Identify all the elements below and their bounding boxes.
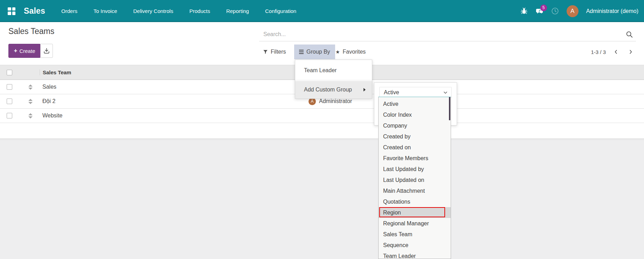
option-team-leader[interactable]: Team Leader [379, 251, 451, 259]
main-menu: Orders To Invoice Delivery Controls Prod… [61, 8, 296, 14]
option-created-by[interactable]: Created by [379, 131, 451, 142]
option-regional-manager[interactable]: Regional Manager [379, 218, 451, 229]
plus-icon: + [14, 47, 18, 54]
pager-next-button[interactable] [626, 47, 635, 56]
field-options-popup: Active Color Index Company Created by Cr… [378, 97, 451, 259]
group-by-label: Group By [306, 49, 330, 55]
messages-icon[interactable]: 5 [536, 7, 543, 15]
menu-item-add-custom-group[interactable]: Add Custom Group [295, 81, 372, 98]
menu-item-team-leader[interactable]: Team Leader [295, 62, 372, 79]
pager: 1-3 / 3 [591, 45, 635, 59]
nav-item-to-invoice[interactable]: To Invoice [94, 8, 117, 14]
option-created-on[interactable]: Created on [379, 142, 451, 153]
export-button[interactable] [40, 44, 53, 58]
apps-grid-square [8, 12, 11, 15]
select-all-checkbox[interactable] [7, 70, 12, 75]
option-quotations[interactable]: Quotations [379, 196, 451, 207]
screen: Sales Orders To Invoice Delivery Control… [0, 0, 644, 259]
row-checkbox[interactable] [7, 84, 12, 90]
team-name: Đội 2 [40, 98, 309, 104]
option-main-attachment[interactable]: Main Attachment [379, 185, 451, 196]
create-button[interactable]: + Create [8, 44, 41, 58]
favorites-button[interactable]: ★ Favorites [331, 45, 371, 59]
option-company[interactable]: Company [379, 120, 451, 131]
drag-handle-icon[interactable] [28, 99, 33, 104]
apps-grid-square [8, 7, 11, 11]
create-button-label: Create [19, 48, 35, 54]
page-title: Sales Teams [8, 27, 54, 36]
row-checkbox[interactable] [7, 98, 12, 104]
top-navbar: Sales Orders To Invoice Delivery Control… [0, 0, 644, 22]
app-name[interactable]: Sales [24, 6, 45, 16]
group-by-icon [299, 50, 304, 54]
option-last-updated-on[interactable]: Last Updated on [379, 175, 451, 185]
row-checkbox[interactable] [7, 113, 12, 118]
empty-content-area [0, 138, 644, 259]
option-sequence[interactable]: Sequence [379, 240, 451, 251]
activities-clock-icon[interactable] [551, 7, 559, 15]
option-region-label: Region [383, 210, 401, 216]
team-name: Website [40, 113, 309, 119]
leader-name: Administrator [319, 98, 352, 104]
option-region[interactable]: Region [379, 207, 451, 218]
nav-item-delivery-controls[interactable]: Delivery Controls [133, 8, 173, 14]
nav-item-products[interactable]: Products [189, 8, 210, 14]
nav-item-reporting[interactable]: Reporting [226, 8, 249, 14]
apps-grid-square [12, 7, 16, 11]
apps-grid-square [12, 12, 16, 15]
filters-label: Filters [271, 49, 286, 55]
search-icon[interactable] [625, 30, 633, 40]
star-icon: ★ [335, 49, 340, 55]
option-active[interactable]: Active [379, 98, 451, 109]
add-custom-group-label: Add Custom Group [304, 87, 352, 93]
column-header-sales-team[interactable]: Sales Team [40, 69, 309, 75]
group-field-select[interactable]: Active [379, 87, 452, 98]
option-sales-team[interactable]: Sales Team [379, 229, 451, 240]
systray: 5 A Administrator (demo) [520, 5, 638, 17]
debug-bug-icon[interactable] [520, 7, 528, 15]
nav-item-orders[interactable]: Orders [61, 8, 77, 14]
chevron-right-icon [628, 49, 633, 54]
chevron-left-icon [614, 49, 618, 54]
group-by-dropdown-menu: Team Leader Add Custom Group [295, 60, 372, 99]
submenu-arrow-icon [363, 88, 366, 91]
option-last-updated-by[interactable]: Last Updated by [379, 164, 451, 175]
popup-scrollbar-thumb[interactable] [449, 97, 450, 120]
nav-item-configuration[interactable]: Configuration [265, 8, 296, 14]
download-icon [43, 48, 50, 54]
favorites-label: Favorites [343, 49, 366, 55]
pager-value[interactable]: 1-3 / 3 [591, 49, 606, 55]
search-input[interactable] [259, 27, 617, 41]
drag-handle-icon[interactable] [28, 84, 33, 90]
funnel-icon [263, 49, 268, 54]
divider [295, 80, 372, 80]
user-menu[interactable]: Administrator (demo) [586, 8, 638, 14]
pager-previous-button[interactable] [611, 47, 621, 56]
message-count-badge: 5 [540, 5, 547, 11]
apps-menu-icon[interactable] [8, 7, 15, 15]
user-avatar[interactable]: A [567, 5, 579, 17]
search-bar [259, 27, 636, 41]
team-name: Sales [40, 84, 309, 90]
filters-button[interactable]: Filters [258, 45, 291, 59]
table-row-website[interactable]: Website [0, 109, 644, 123]
drag-handle-icon[interactable] [28, 113, 33, 118]
group-by-button[interactable]: Group By [294, 45, 335, 59]
selected-field: Active [384, 89, 399, 96]
option-color-index[interactable]: Color Index [379, 109, 451, 120]
option-favorite-members[interactable]: Favorite Members [379, 153, 451, 164]
chevron-down-icon [443, 90, 448, 95]
